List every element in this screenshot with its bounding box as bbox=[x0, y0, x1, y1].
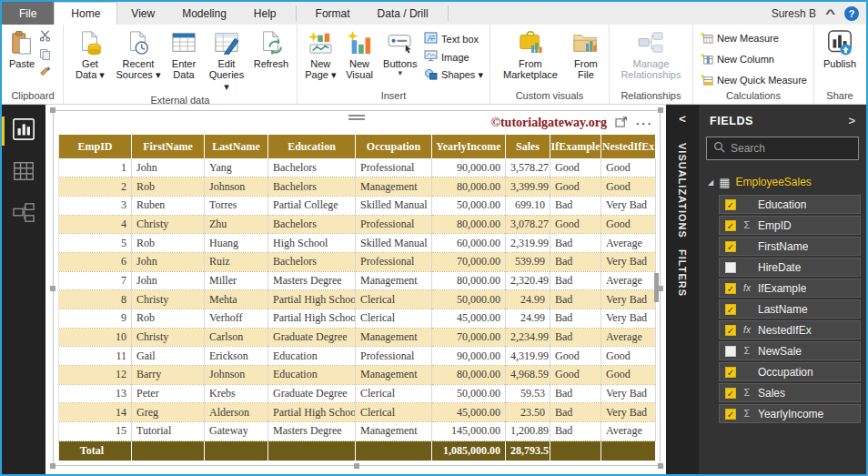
table-cell[interactable]: Bad bbox=[550, 309, 601, 329]
table-cell[interactable]: Average bbox=[601, 234, 656, 253]
signed-in-user[interactable]: Suresh B bbox=[772, 7, 816, 20]
table-cell[interactable]: Education bbox=[268, 347, 356, 366]
table-cell[interactable]: Management bbox=[356, 366, 432, 385]
table-cell[interactable]: 45,000.00 bbox=[432, 403, 506, 422]
table-row[interactable]: 13PeterKrebsGraduate DegreeClerical50,00… bbox=[59, 384, 656, 403]
model-view-button[interactable] bbox=[2, 196, 45, 234]
table-cell[interactable]: Good bbox=[601, 347, 656, 366]
table-cell[interactable]: Zhu bbox=[205, 215, 268, 234]
table-cell[interactable]: 4,319.99 bbox=[506, 347, 550, 366]
collapse-ribbon-icon[interactable]: ^ bbox=[825, 7, 835, 20]
table-cell[interactable]: Management bbox=[356, 328, 432, 347]
table-cell[interactable]: Partial High School bbox=[268, 290, 356, 309]
table-cell[interactable]: Clerical bbox=[356, 309, 432, 329]
table-cell[interactable]: Very Bad bbox=[601, 196, 656, 215]
search-input[interactable] bbox=[731, 142, 852, 155]
table-cell[interactable]: Good bbox=[601, 366, 656, 385]
table-cell[interactable]: Graduate Degree bbox=[268, 328, 356, 347]
table-cell[interactable]: Tutorial bbox=[132, 422, 205, 441]
get-data-button[interactable]: Get Data ▾ bbox=[67, 27, 113, 83]
new-page-button[interactable]: New Page ▾ bbox=[301, 27, 340, 83]
report-canvas[interactable]: ©tutorialgateway.org ··· EmpIDFirstNameL… bbox=[45, 105, 666, 474]
table-cell[interactable]: 24.99 bbox=[506, 290, 550, 309]
field-item-ifexample[interactable]: ✓fxIfExample bbox=[719, 279, 861, 298]
table-cell[interactable]: Bad bbox=[550, 328, 601, 347]
table-cell[interactable]: Professional bbox=[356, 158, 432, 177]
table-cell[interactable]: Good bbox=[550, 347, 601, 366]
fields-search[interactable] bbox=[706, 137, 859, 160]
field-item-sales[interactable]: ✓ΣSales bbox=[719, 383, 861, 402]
collapse-fields-icon[interactable]: > bbox=[848, 114, 855, 127]
resize-handle[interactable] bbox=[658, 107, 663, 113]
table-row[interactable]: 10ChristyCarlsonGraduate DegreeManagemen… bbox=[59, 328, 656, 347]
table-row[interactable]: 15TutorialGatewayMasters DegreeManagemen… bbox=[59, 422, 656, 441]
table-cell[interactable]: Management bbox=[356, 271, 432, 290]
publish-button[interactable]: Publish bbox=[818, 27, 862, 71]
new-quick-measure-button[interactable]: New Quick Measure bbox=[697, 72, 810, 88]
table-cell[interactable]: Professional bbox=[356, 347, 432, 366]
field-checkbox[interactable]: ✓ bbox=[725, 220, 736, 231]
table-cell[interactable]: 15 bbox=[59, 422, 132, 441]
table-cell[interactable]: Bad bbox=[550, 384, 601, 403]
table-cell[interactable]: Christy bbox=[132, 328, 205, 347]
table-cell[interactable]: Rob bbox=[132, 177, 205, 197]
table-cell[interactable]: 90,000.00 bbox=[432, 347, 506, 366]
table-cell[interactable]: Miller bbox=[205, 271, 268, 290]
table-cell[interactable]: 50,000.00 bbox=[432, 290, 506, 309]
table-cell[interactable]: Average bbox=[601, 271, 656, 290]
table-cell[interactable]: Yang bbox=[205, 158, 268, 177]
resize-handle[interactable] bbox=[50, 463, 56, 469]
manage-relationships-button[interactable]: Manage Relationships bbox=[613, 27, 689, 83]
field-item-yearlyincome[interactable]: ✓ΣYearlyIncome bbox=[719, 404, 861, 423]
field-checkbox[interactable]: ✓ bbox=[725, 409, 736, 420]
table-cell[interactable]: Christy bbox=[132, 290, 205, 309]
column-header[interactable]: IfExample bbox=[550, 135, 601, 158]
table-cell[interactable]: Bad bbox=[550, 403, 601, 422]
table-cell[interactable]: 2,234.99 bbox=[506, 328, 550, 347]
table-cell[interactable]: 5 bbox=[59, 234, 132, 253]
table-scrollbar[interactable] bbox=[654, 273, 659, 302]
table-cell[interactable]: Partial High School bbox=[268, 403, 356, 422]
expand-panes-icon[interactable]: < bbox=[679, 112, 686, 132]
table-cell[interactable]: 90,000.00 bbox=[432, 158, 506, 177]
text-box-button[interactable]: A Text box bbox=[421, 31, 486, 46]
table-cell[interactable]: Gateway bbox=[205, 422, 268, 441]
table-cell[interactable]: Management bbox=[356, 177, 432, 197]
recent-sources-button[interactable]: Recent Sources ▾ bbox=[113, 27, 164, 83]
table-cell[interactable]: 2,320.49 bbox=[506, 271, 550, 290]
table-cell[interactable]: 50,000.00 bbox=[432, 196, 506, 215]
table-row[interactable]: 2RobJohnsonBachelorsManagement80,000.003… bbox=[59, 177, 656, 197]
table-cell[interactable]: 7 bbox=[59, 271, 132, 290]
copy-button[interactable] bbox=[37, 47, 53, 63]
resize-handle[interactable] bbox=[50, 107, 56, 113]
table-row[interactable]: 4ChristyZhuBachelorsProfessional80,000.0… bbox=[59, 215, 656, 234]
table-cell[interactable]: Very Bad bbox=[601, 309, 656, 329]
table-cell[interactable]: 59.53 bbox=[506, 384, 550, 403]
table-cell[interactable]: 14 bbox=[59, 403, 132, 422]
field-item-education[interactable]: ✓Education bbox=[719, 195, 861, 214]
table-cell[interactable]: Graduate Degree bbox=[268, 384, 356, 403]
table-cell[interactable]: Verhoff bbox=[205, 309, 268, 329]
table-cell[interactable]: Very Bad bbox=[601, 290, 656, 309]
table-cell[interactable]: Erickson bbox=[205, 347, 268, 366]
table-cell[interactable]: Bachelors bbox=[268, 215, 356, 234]
field-item-hiredate[interactable]: HireDate bbox=[719, 258, 861, 277]
table-cell[interactable]: Bad bbox=[550, 271, 601, 290]
table-cell[interactable]: Good bbox=[550, 177, 601, 197]
table-cell[interactable]: Professional bbox=[356, 215, 432, 234]
table-row[interactable]: 1JohnYangBachelorsProfessional90,000.003… bbox=[59, 158, 656, 177]
table-cell[interactable]: Good bbox=[550, 158, 601, 177]
table-cell[interactable]: Johnson bbox=[205, 366, 268, 385]
field-checkbox[interactable]: ✓ bbox=[725, 304, 736, 315]
tab-modeling[interactable]: Modeling bbox=[168, 2, 240, 25]
field-checkbox[interactable]: ✓ bbox=[725, 241, 736, 252]
image-button[interactable]: Image bbox=[421, 49, 486, 65]
table-row[interactable]: 8ChristyMehtaPartial High SchoolClerical… bbox=[59, 290, 656, 309]
table-cell[interactable]: Rob bbox=[132, 234, 205, 253]
table-cell[interactable]: 2 bbox=[59, 177, 132, 197]
table-cell[interactable]: 50,000.00 bbox=[432, 384, 506, 403]
table-cell[interactable]: Krebs bbox=[205, 384, 268, 403]
table-cell[interactable]: Good bbox=[601, 158, 656, 177]
table-cell[interactable]: Greg bbox=[132, 403, 205, 422]
table-cell[interactable]: 12 bbox=[59, 366, 132, 385]
